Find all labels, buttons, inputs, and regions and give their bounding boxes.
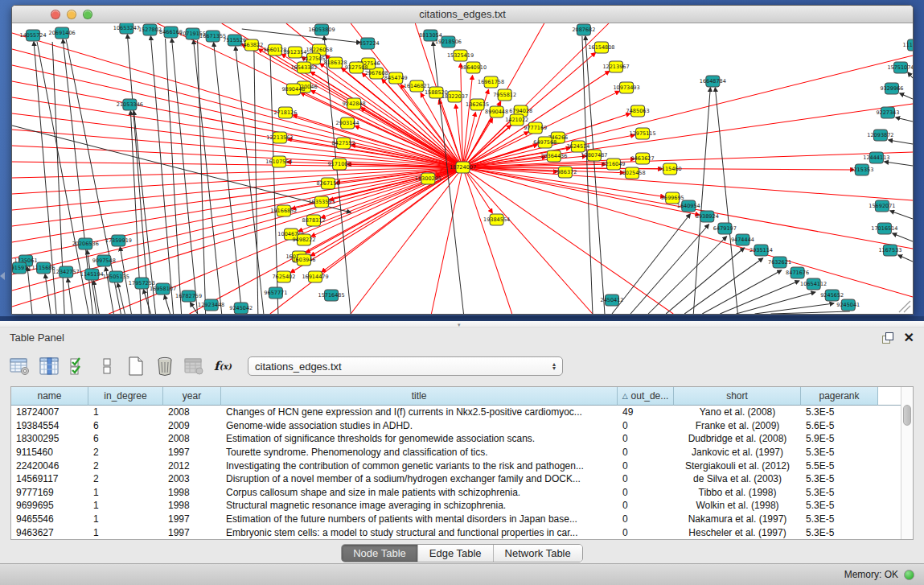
network-canvas[interactable]: 1872400715325419186409101696175879558121…: [12, 23, 913, 314]
graph-node[interactable]: 2903144: [336, 117, 359, 129]
cell-out_degree[interactable]: 0: [618, 500, 674, 511]
red-citation-edge[interactable]: [12, 113, 463, 167]
graph-node[interactable]: 16961758: [478, 76, 504, 88]
cell-year[interactable]: 2003: [163, 473, 221, 484]
cell-out_degree[interactable]: 0: [618, 527, 674, 538]
graph-node[interactable]: 9777169: [524, 122, 547, 134]
graph-node[interactable]: 12342757: [53, 266, 80, 278]
black-citation-edge[interactable]: [166, 39, 182, 314]
tab-edge-table[interactable]: Edge Table: [418, 545, 494, 562]
cell-name[interactable]: 9465546: [11, 513, 88, 525]
cell-year[interactable]: 1998: [163, 487, 221, 498]
delete-column-icon[interactable]: [153, 353, 177, 379]
black-citation-edge[interactable]: [582, 36, 593, 314]
cell-name[interactable]: 22420046: [11, 460, 88, 472]
graph-node[interactable]: 7955812: [493, 89, 516, 101]
cell-year[interactable]: 1998: [163, 500, 221, 511]
black-citation-edge[interactable]: [908, 72, 913, 78]
cell-short[interactable]: Yano et al. (2008): [674, 406, 801, 418]
tab-network-table[interactable]: Network Table: [494, 545, 582, 562]
cell-title[interactable]: Estimation of significance thresholds fo…: [221, 433, 618, 444]
black-citation-edge[interactable]: [165, 295, 170, 314]
red-citation-edge[interactable]: [12, 167, 463, 242]
cell-in_degree[interactable]: 1: [88, 406, 163, 418]
black-citation-edge[interactable]: [242, 29, 360, 43]
graph-node[interactable]: 16053809: [308, 24, 335, 35]
column-header-in_degree[interactable]: in_degree: [88, 387, 163, 406]
table-row[interactable]: 911546021997Tourette syndrome. Phenomeno…: [11, 446, 901, 459]
column-header-short[interactable]: short: [674, 387, 801, 406]
graph-node[interactable]: 16648784: [700, 76, 726, 87]
black-citation-edge[interactable]: [693, 88, 710, 314]
graph-node[interactable]: 8471676: [786, 267, 809, 278]
table-selector-dropdown[interactable]: citations_edges.txt ▴▾: [248, 356, 563, 376]
graph-node[interactable]: 10973493: [613, 82, 639, 93]
cell-year[interactable]: 2009: [163, 420, 221, 431]
cell-name[interactable]: 9463627: [11, 527, 88, 538]
rows-icon[interactable]: [95, 353, 119, 379]
graph-node[interactable]: 9245652: [820, 290, 844, 301]
cell-year[interactable]: 1997: [163, 527, 221, 538]
cell-in_degree[interactable]: 1: [88, 487, 163, 498]
black-citation-edge[interactable]: [771, 311, 850, 314]
panel-divider[interactable]: ▾: [0, 321, 924, 328]
graph-node[interactable]: 7625402: [272, 271, 295, 282]
black-citation-edge[interactable]: [898, 255, 913, 262]
west-panel-divider-handle[interactable]: [0, 272, 5, 280]
zoom-light-icon[interactable]: [83, 10, 92, 19]
scrollbar-thumb[interactable]: [903, 405, 911, 426]
cell-title[interactable]: Changes of HCN gene expression and I(f) …: [221, 406, 618, 418]
tab-node-table[interactable]: Node Table: [342, 545, 418, 562]
cell-in_degree[interactable]: 6: [88, 433, 163, 444]
graph-node[interactable]: 7632621: [768, 257, 791, 268]
cell-name[interactable]: 9777169: [11, 487, 88, 498]
table-row[interactable]: 2242004622012Investigating the contribut…: [11, 459, 901, 472]
citation-network-graph[interactable]: 1872400715325419186409101696175879558121…: [12, 23, 913, 314]
cell-short[interactable]: Tibbo et al. (1998): [674, 487, 801, 498]
graph-node[interactable]: 17016514: [871, 223, 897, 234]
graph-node[interactable]: 17359919: [105, 235, 132, 246]
graph-node[interactable]: 1117053: [903, 39, 913, 51]
graph-node[interactable]: 9097548: [92, 255, 116, 266]
table-row[interactable]: 977716911998Corpus callosum shape and si…: [11, 486, 901, 500]
cell-out_degree[interactable]: 49: [618, 406, 674, 418]
table-row[interactable]: 1456911722003Disruption of a novel membe…: [11, 472, 901, 486]
graph-node[interactable]: 9329966: [880, 83, 903, 94]
graph-node[interactable]: 7357224: [356, 38, 380, 49]
red-citation-edge[interactable]: [463, 113, 476, 167]
red-citation-edge[interactable]: [463, 167, 674, 314]
cell-title[interactable]: Genome-wide association studies in ADHD.: [221, 420, 618, 431]
network-window-titlebar[interactable]: citations_edges.txt: [12, 6, 913, 23]
cell-out_degree[interactable]: 0: [618, 473, 674, 484]
cell-out_degree[interactable]: 0: [618, 460, 674, 472]
cell-pagerank[interactable]: 5.3E-5: [801, 527, 878, 538]
graph-node[interactable]: 6479197: [713, 223, 737, 234]
cell-name[interactable]: 9699695: [11, 500, 88, 511]
graph-node[interactable]: 10653247: [113, 23, 140, 34]
select-all-icon[interactable]: [66, 353, 90, 379]
graph-node[interactable]: 8215353: [850, 164, 873, 175]
black-citation-edge[interactable]: [893, 233, 913, 241]
cell-pagerank[interactable]: 5.3E-5: [801, 473, 878, 484]
red-citation-edge[interactable]: [463, 167, 913, 297]
table-row[interactable]: 1938455462009Genome-wide association stu…: [11, 419, 901, 433]
black-citation-edge[interactable]: [117, 283, 125, 314]
black-citation-edge[interactable]: [172, 39, 198, 314]
cell-out_degree[interactable]: 0: [618, 433, 674, 444]
black-citation-edge[interactable]: [68, 278, 72, 314]
cell-pagerank[interactable]: 5.5E-5: [801, 460, 878, 472]
black-citation-edge[interactable]: [702, 270, 781, 314]
graph-node[interactable]: 12213563: [266, 132, 293, 143]
table-row[interactable]: 969969511998Structural magnetic resonanc…: [11, 499, 901, 513]
black-citation-edge[interactable]: [885, 162, 913, 166]
black-citation-edge[interactable]: [143, 290, 150, 314]
graph-node[interactable]: 18640910: [460, 62, 487, 73]
cell-out_degree[interactable]: 0: [618, 420, 674, 431]
table-row[interactable]: 1872400712008Changes of HCN gene express…: [11, 406, 901, 419]
cell-out_degree[interactable]: 0: [618, 447, 674, 458]
graph-node[interactable]: 15751074: [887, 62, 913, 73]
graph-node[interactable]: 9245042: [229, 303, 253, 314]
red-citation-edge[interactable]: [12, 167, 463, 307]
column-header-year[interactable]: year: [163, 387, 221, 406]
cell-title[interactable]: Investigating the contribution of common…: [221, 460, 618, 472]
